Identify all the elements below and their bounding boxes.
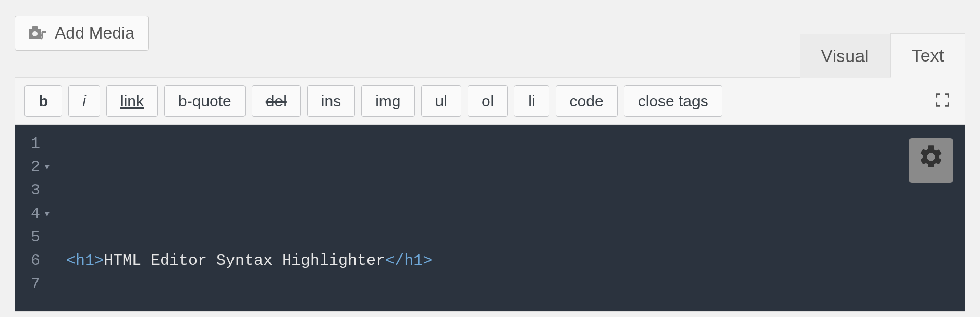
code-editor[interactable]: 1 2▼ 3 4▼ 5 6 7 <h1>HTML Editor Syntax H… (15, 124, 965, 312)
qt-img-button[interactable]: img (361, 85, 414, 117)
quicktags-toolbar: b i link b-quote del ins img ul ol li co… (15, 77, 965, 124)
media-icon (29, 26, 47, 41)
tab-text[interactable]: Text (890, 33, 965, 78)
tab-visual[interactable]: Visual (800, 34, 890, 78)
gear-icon (917, 143, 945, 178)
add-media-label: Add Media (55, 23, 134, 43)
editor-settings-button[interactable] (909, 138, 953, 183)
line-number: 7 (31, 273, 40, 296)
line-number: 2 (31, 155, 40, 179)
line-number: 4 (31, 202, 40, 226)
fullscreen-icon (934, 102, 951, 111)
line-number: 1 (31, 132, 40, 155)
qt-ul-button[interactable]: ul (421, 85, 461, 117)
qt-link-button[interactable]: link (106, 85, 158, 117)
add-media-button[interactable]: Add Media (15, 16, 149, 51)
qt-li-button[interactable]: li (514, 85, 549, 117)
svg-rect-1 (32, 26, 38, 30)
qt-code-button[interactable]: code (556, 85, 618, 117)
qt-italic-button[interactable]: i (68, 85, 100, 117)
qt-bold-button[interactable]: b (24, 85, 62, 117)
line-number: 3 (31, 179, 40, 202)
svg-point-2 (32, 31, 38, 36)
qt-closetags-button[interactable]: close tags (624, 85, 722, 117)
line-number: 6 (31, 249, 40, 273)
line-gutter: 1 2▼ 3 4▼ 5 6 7 (15, 125, 57, 311)
editor-mode-tabs: Visual Text (800, 33, 965, 77)
line-number: 5 (31, 226, 40, 249)
qt-ins-button[interactable]: ins (307, 85, 355, 117)
qt-blockquote-button[interactable]: b-quote (164, 85, 246, 117)
fold-icon[interactable]: ▼ (43, 208, 50, 221)
qt-del-button[interactable]: del (252, 85, 301, 117)
svg-rect-3 (42, 31, 46, 33)
qt-ol-button[interactable]: ol (468, 85, 508, 117)
code-content[interactable]: <h1>HTML Editor Syntax Highlighter</h1> … (57, 125, 965, 311)
fullscreen-button[interactable] (929, 88, 956, 114)
fold-icon[interactable]: ▼ (43, 161, 50, 174)
